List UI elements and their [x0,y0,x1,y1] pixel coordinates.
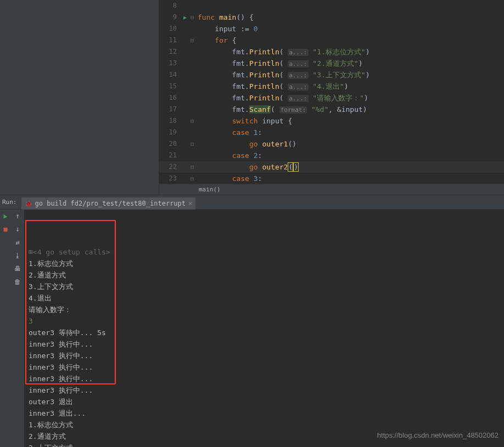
console-line: inner3 执行中... [29,384,500,396]
run-gutter-icon[interactable]: ▶ [181,12,189,23]
fold-icon[interactable]: ⊟ [189,115,195,127]
code-line[interactable]: 22⊟ go outer2() [159,161,504,173]
code-text[interactable]: fmt.Println( a...: "请输入数字：") [195,92,368,104]
code-text[interactable]: for { [195,35,236,46]
code-line[interactable]: 16 fmt.Println( a...: "请输入数字：") [159,92,504,104]
run-tab-label: go build fd2/pro_test/test80_interrupt [35,200,186,207]
bug-icon [25,200,32,207]
run-body: ▶ ■ ↑ ↓ ⇄ ⭳ 🖶 🗑 ⊞<4 go setup calls>1.标志位… [0,210,504,447]
run-toolbar-right: ↑ ↓ ⇄ ⭳ 🖶 🗑 [11,210,24,447]
fold-icon[interactable]: ⊟ [189,161,195,173]
line-number[interactable]: 22 [159,161,181,173]
down-icon[interactable]: ↓ [13,225,22,234]
line-number[interactable]: 15 [159,81,181,92]
fold-icon[interactable]: ⊟ [189,35,195,46]
code-line[interactable]: 23⊟ case 3: [159,173,504,184]
code-text[interactable]: switch input { [195,115,292,127]
console-line: outer3 退出 [29,396,500,408]
line-number[interactable]: 9 [159,12,181,23]
console-line: inner3 执行中... [29,350,500,361]
close-icon[interactable]: × [188,200,192,207]
code-editor[interactable]: 89▶⊟func main() {10 input := 011⊟ for {1… [159,0,504,184]
console-line: 2.通道方式 [29,269,500,281]
rerun-icon[interactable]: ▶ [1,212,10,220]
code-text[interactable]: fmt.Println( a...: "3.上下文方式") [195,69,369,81]
console-line: 1.标志位方式 [29,419,500,431]
line-number[interactable]: 10 [159,23,181,35]
code-text[interactable]: go outer1() [195,138,296,150]
console-line: 3 [29,315,500,327]
code-line[interactable]: 17 fmt.Scanf( format: "%d", &input) [159,104,504,115]
breadcrumb[interactable]: main() [159,184,504,195]
run-label: Run: [0,199,21,206]
code-text[interactable]: case 1: [195,127,262,138]
fold-icon[interactable]: ⊟ [189,12,195,23]
up-icon[interactable]: ↑ [13,212,22,220]
console-setup: <4 go setup calls> [33,248,110,256]
console-line: 1.标志位方式 [29,258,500,269]
console-line: 请输入数字： [29,304,500,315]
line-number[interactable]: 8 [159,0,181,12]
code-text[interactable]: fmt.Scanf( format: "%d", &input) [195,104,367,116]
code-line[interactable]: 13 fmt.Println( a...: "2.通道方式") [159,58,504,69]
scroll-icon[interactable]: ⭳ [13,251,22,260]
console-line: inner3 执行中... [29,338,500,350]
run-tab[interactable]: go build fd2/pro_test/test80_interrupt × [21,197,196,210]
code-line[interactable]: 20⊟ go outer1() [159,138,504,150]
watermark: https://blog.csdn.net/weixin_48502062 [377,431,499,439]
code-line[interactable]: 9▶⊟func main() { [159,12,504,23]
wrap-icon[interactable]: ⇄ [13,238,22,247]
console-output[interactable]: ⊞<4 go setup calls>1.标志位方式2.通道方式3.上下文方式4… [24,210,504,447]
line-number[interactable]: 11 [159,35,181,46]
code-text[interactable]: fmt.Println( a...: "1.标志位方式") [195,46,369,58]
console-line: inner3 退出... [29,408,500,419]
line-number[interactable]: 23 [159,173,181,184]
run-header: Run: go build fd2/pro_test/test80_interr… [0,195,504,210]
run-panel: Run: go build fd2/pro_test/test80_interr… [0,195,504,447]
project-pane[interactable] [0,0,159,195]
fold-icon[interactable]: ⊟ [189,138,195,150]
code-line[interactable]: 18⊟ switch input { [159,115,504,127]
line-number[interactable]: 19 [159,127,181,138]
code-text[interactable]: fmt.Println( a...: "2.通道方式") [195,58,362,70]
code-line[interactable]: 8 [159,0,504,12]
code-text[interactable]: case 3: [195,173,262,184]
editor-area: 89▶⊟func main() {10 input := 011⊟ for {1… [159,0,504,195]
code-line[interactable]: 12 fmt.Println( a...: "1.标志位方式") [159,46,504,58]
line-number[interactable]: 12 [159,46,181,58]
console-line: 3.上下文方式 [29,281,500,292]
line-number[interactable]: 14 [159,69,181,81]
print-icon[interactable]: 🖶 [13,264,22,273]
code-text[interactable]: fmt.Println( a...: "4.退出") [195,81,348,93]
code-line[interactable]: 14 fmt.Println( a...: "3.上下文方式") [159,69,504,81]
console-line: 3.上下文方式 [29,442,500,447]
console-line: outer3 等待中... 5s [29,327,500,338]
line-number[interactable]: 21 [159,150,181,161]
line-number[interactable]: 16 [159,92,181,104]
console-line: inner3 执行中... [29,361,500,373]
code-text[interactable]: case 2: [195,150,262,161]
console-line: 4.退出 [29,292,500,304]
stop-icon[interactable]: ■ [1,225,10,234]
line-number[interactable]: 13 [159,58,181,69]
trash-icon[interactable]: 🗑 [13,278,22,286]
code-text[interactable]: go outer2() [195,161,299,173]
code-line[interactable]: 19 case 1: [159,127,504,138]
console-line: inner3 执行中... [29,373,500,384]
line-number[interactable]: 18 [159,115,181,127]
top-split: 89▶⊟func main() {10 input := 011⊟ for {1… [0,0,504,195]
code-line[interactable]: 11⊟ for { [159,35,504,46]
code-line[interactable]: 15 fmt.Println( a...: "4.退出") [159,81,504,92]
fold-icon[interactable]: ⊟ [189,173,195,184]
run-toolbar-left: ▶ ■ [0,210,11,447]
code-text[interactable]: func main() { [195,12,254,23]
code-text[interactable]: input := 0 [195,23,258,35]
code-line[interactable]: 21 case 2: [159,150,504,161]
line-number[interactable]: 20 [159,138,181,150]
code-line[interactable]: 10 input := 0 [159,23,504,35]
line-number[interactable]: 17 [159,104,181,115]
